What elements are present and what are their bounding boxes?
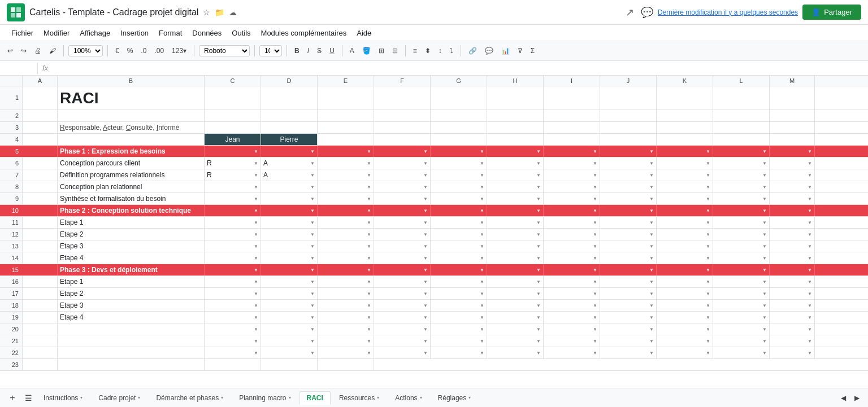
sheet-menu-button[interactable]: ☰ bbox=[20, 390, 36, 406]
cell-g15[interactable]: ▼ bbox=[431, 264, 487, 275]
cell-c7[interactable]: R ▼ bbox=[205, 169, 261, 181]
valign-button[interactable]: ⬍ bbox=[422, 45, 433, 56]
cell-g11[interactable]: ▼ bbox=[431, 217, 487, 228]
cell-j12[interactable]: ▼ bbox=[600, 229, 657, 240]
cell-k12[interactable]: ▼ bbox=[657, 229, 713, 240]
cell-f12[interactable]: ▼ bbox=[374, 229, 431, 240]
cell-i12[interactable]: ▼ bbox=[544, 229, 600, 240]
cell-h15[interactable]: ▼ bbox=[487, 264, 544, 275]
cell-a4[interactable] bbox=[23, 134, 58, 145]
cell-f7[interactable]: ▼ bbox=[374, 169, 431, 181]
cell-l12[interactable]: ▼ bbox=[713, 229, 770, 240]
cell-j22[interactable]: ▼ bbox=[600, 347, 657, 358]
cell-f15[interactable]: ▼ bbox=[374, 264, 431, 275]
cell-l16[interactable]: ▼ bbox=[713, 276, 770, 287]
cell-e10[interactable]: ▼ bbox=[318, 205, 374, 216]
cell-d3[interactable] bbox=[261, 122, 318, 133]
cell-i22[interactable]: ▼ bbox=[544, 347, 600, 358]
cell-m15[interactable]: ▼ bbox=[770, 264, 815, 275]
cell-d7[interactable]: A ▼ bbox=[261, 169, 318, 181]
cell-e12[interactable]: ▼ bbox=[318, 229, 374, 240]
cloud-icon[interactable]: ☁ bbox=[229, 8, 237, 17]
cell-e15[interactable]: ▼ bbox=[318, 264, 374, 275]
cell-a15[interactable] bbox=[23, 264, 58, 275]
cell-j16[interactable]: ▼ bbox=[600, 276, 657, 287]
menu-donnees[interactable]: Données bbox=[188, 28, 226, 38]
cell-c10[interactable]: ▼ bbox=[205, 205, 261, 216]
cell-l13[interactable]: ▼ bbox=[713, 240, 770, 252]
text-color-button[interactable]: A bbox=[347, 45, 357, 56]
cell-b13[interactable]: Etape 3 bbox=[58, 240, 205, 252]
cell-j20[interactable]: ▼ bbox=[600, 323, 657, 335]
cell-a11[interactable] bbox=[23, 217, 58, 228]
cell-d5[interactable]: ▼ bbox=[261, 146, 318, 157]
cell-b3[interactable]: Responsable, Acteur, Consulté, Informé bbox=[58, 122, 205, 133]
cell-b1[interactable]: RACI bbox=[58, 86, 205, 110]
cell-m16[interactable]: ▼ bbox=[770, 276, 815, 287]
cell-b17[interactable]: Etape 2 bbox=[58, 288, 205, 299]
cell-c15[interactable]: ▼ bbox=[205, 264, 261, 275]
cell-k6[interactable]: ▼ bbox=[657, 157, 713, 169]
menu-affichage[interactable]: Affichage bbox=[75, 28, 115, 38]
col-header-i[interactable]: I bbox=[544, 76, 600, 86]
cell-i21[interactable]: ▼ bbox=[544, 335, 600, 347]
print-button[interactable]: 🖨 bbox=[32, 45, 44, 56]
cell-a9[interactable] bbox=[23, 193, 58, 204]
cell-g8[interactable]: ▼ bbox=[431, 181, 487, 192]
cell-c12[interactable]: ▼ bbox=[205, 229, 261, 240]
cell-m3[interactable] bbox=[770, 122, 815, 133]
cell-h3[interactable] bbox=[487, 122, 544, 133]
col-header-d[interactable]: D bbox=[261, 76, 318, 86]
cell-d16[interactable]: ▼ bbox=[261, 276, 318, 287]
cell-m9[interactable]: ▼ bbox=[770, 193, 815, 204]
font-size-select[interactable]: 10 bbox=[259, 45, 282, 56]
cell-m4[interactable] bbox=[770, 134, 815, 145]
cell-e9[interactable]: ▼ bbox=[318, 193, 374, 204]
tab-raci[interactable]: RACI bbox=[300, 391, 331, 405]
cell-b10-phase2[interactable]: Phase 2 : Conception solution technique bbox=[58, 205, 205, 216]
cell-c13[interactable]: ▼ bbox=[205, 240, 261, 252]
cell-c21[interactable]: ▼ bbox=[205, 335, 261, 347]
cell-j19[interactable]: ▼ bbox=[600, 312, 657, 323]
cell-d12[interactable]: ▼ bbox=[261, 229, 318, 240]
folder-icon[interactable]: 📁 bbox=[215, 8, 224, 17]
cell-l15[interactable]: ▼ bbox=[713, 264, 770, 275]
cell-d6[interactable]: A ▼ bbox=[261, 157, 318, 169]
cell-e19[interactable]: ▼ bbox=[318, 312, 374, 323]
cell-a1[interactable] bbox=[23, 86, 58, 110]
cell-l17[interactable]: ▼ bbox=[713, 288, 770, 299]
cell-a22[interactable] bbox=[23, 347, 58, 358]
cell-k21[interactable]: ▼ bbox=[657, 335, 713, 347]
cell-l9[interactable]: ▼ bbox=[713, 193, 770, 204]
cell-i14[interactable]: ▼ bbox=[544, 252, 600, 264]
cell-l20[interactable]: ▼ bbox=[713, 323, 770, 335]
cell-b12[interactable]: Etape 2 bbox=[58, 229, 205, 240]
cell-i17[interactable]: ▼ bbox=[544, 288, 600, 299]
cell-j17[interactable]: ▼ bbox=[600, 288, 657, 299]
cell-j15[interactable]: ▼ bbox=[600, 264, 657, 275]
cell-g14[interactable]: ▼ bbox=[431, 252, 487, 264]
cell-l11[interactable]: ▼ bbox=[713, 217, 770, 228]
cell-d13[interactable]: ▼ bbox=[261, 240, 318, 252]
cell-d17[interactable]: ▼ bbox=[261, 288, 318, 299]
cell-f18[interactable]: ▼ bbox=[374, 300, 431, 311]
cell-b19[interactable]: Etape 4 bbox=[58, 312, 205, 323]
cell-m1[interactable] bbox=[770, 86, 815, 110]
cell-k15[interactable]: ▼ bbox=[657, 264, 713, 275]
cell-j3[interactable] bbox=[600, 122, 657, 133]
cell-a19[interactable] bbox=[23, 312, 58, 323]
cell-j11[interactable]: ▼ bbox=[600, 217, 657, 228]
cell-h14[interactable]: ▼ bbox=[487, 252, 544, 264]
cell-h1[interactable] bbox=[487, 86, 544, 110]
cell-b6[interactable]: Conception parcours client bbox=[58, 157, 205, 169]
cell-a14[interactable] bbox=[23, 252, 58, 264]
wrap-button[interactable]: ⤵ bbox=[447, 45, 456, 56]
menu-modules[interactable]: Modules complémentaires bbox=[257, 28, 351, 38]
cell-h4[interactable] bbox=[487, 134, 544, 145]
cell-c11[interactable]: ▼ bbox=[205, 217, 261, 228]
link-button[interactable]: 🔗 bbox=[466, 45, 480, 56]
function-button[interactable]: Σ bbox=[528, 45, 537, 56]
cell-i19[interactable]: ▼ bbox=[544, 312, 600, 323]
filter-button[interactable]: ⊽ bbox=[515, 45, 526, 56]
cell-l22[interactable]: ▼ bbox=[713, 347, 770, 358]
